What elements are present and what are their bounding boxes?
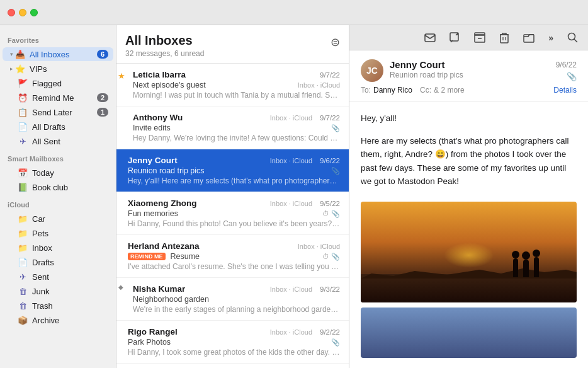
- detail-header: JC Jenny Court Reunion road trip pics 9/…: [349, 50, 588, 101]
- message-preview: Morning! I was put in touch with Tania b…: [133, 91, 340, 100]
- cc-label: Cc:: [420, 86, 431, 95]
- detail-toolbar: »: [349, 25, 588, 50]
- list-item[interactable]: Anthony Wu Inbox · iCloud 9/7/22 Invite …: [116, 106, 349, 149]
- sidebar-item-trash[interactable]: 🗑 Trash: [3, 299, 113, 313]
- sidebar-item-vips[interactable]: ▸ ⭐ VIPs: [3, 62, 113, 76]
- diamond-icon: ◆: [118, 284, 123, 290]
- attachment-icon: 📎: [331, 253, 340, 261]
- star-icon: ⭐: [15, 64, 25, 74]
- folder-icon: 📁: [18, 214, 28, 224]
- sidebar-item-label: Drafts: [32, 258, 108, 267]
- sidebar-item-junk[interactable]: 🗑 Junk: [3, 284, 113, 298]
- drafts-icon: 📄: [18, 257, 28, 267]
- favorites-label: Favorites: [0, 30, 116, 47]
- detail-body: Hey, y'all! Here are my selects (that's …: [349, 101, 588, 202]
- send-later-icon: 📋: [18, 107, 28, 117]
- minimize-button[interactable]: [19, 9, 26, 16]
- sidebar-item-label: Send Later: [32, 108, 97, 117]
- message-preview: Hey Danny, We're loving the invite! A fe…: [133, 134, 340, 142]
- sidebar-item-label: Inbox: [32, 243, 108, 253]
- book-club-icon: 📗: [18, 182, 28, 192]
- sidebar-item-remind-me[interactable]: ⏰ Remind Me 2: [3, 91, 113, 105]
- detail-image2: [361, 308, 577, 358]
- sidebar-item-today[interactable]: 📅 Today: [3, 166, 113, 180]
- clock-icon: ⏰: [18, 93, 28, 103]
- sidebar-item-book-club[interactable]: 📗 Book club: [3, 180, 113, 194]
- message-list-panel: All Inboxes 32 messages, 6 unread ⊜ ★ Le…: [116, 25, 349, 368]
- sidebar-item-inbox[interactable]: 📁 Inbox: [3, 241, 113, 255]
- filter-icon[interactable]: ⊜: [331, 35, 340, 49]
- list-item[interactable]: ◆ Nisha Kumar Inbox · iCloud 9/3/22 Neig…: [116, 278, 349, 321]
- sidebar-item-label: All Inboxes: [30, 50, 97, 59]
- message-preview: I've attached Carol's resume. She's the …: [128, 262, 340, 271]
- list-item[interactable]: Herland Antezana Inbox · iCloud REMIND M…: [116, 235, 349, 278]
- chevron-icon: ▾: [10, 51, 13, 57]
- message-preview: Hey, y'all! Here are my selects (that's …: [128, 176, 340, 185]
- svg-rect-0: [425, 34, 435, 42]
- trash-icon: 🗑: [18, 301, 28, 311]
- list-item[interactable]: ★ Leticia Ibarra 9/7/22 Next episode's g…: [116, 64, 349, 106]
- sidebar-item-sent[interactable]: ✈ Sent: [3, 270, 113, 284]
- detail-image-container: [349, 202, 588, 368]
- detail-panel: » JC Jenny Court Reunion road trip pics …: [349, 25, 588, 368]
- sidebar-item-pets[interactable]: 📁 Pets: [3, 226, 113, 240]
- sidebar-item-archive[interactable]: 📦 Archive: [3, 313, 113, 327]
- sidebar-item-all-drafts[interactable]: 📄 All Drafts: [3, 120, 113, 134]
- message-sender: Jenny Court: [128, 156, 270, 165]
- archive-toolbar-icon[interactable]: [474, 32, 485, 43]
- message-date: 9/5/22: [320, 200, 340, 207]
- archive-icon: 📦: [18, 315, 28, 325]
- sidebar-item-all-sent[interactable]: ✈ All Sent: [3, 134, 113, 148]
- badge: 2: [97, 93, 108, 102]
- greeting: Hey, y'all!: [361, 112, 577, 125]
- sidebar-item-label: Junk: [32, 287, 108, 296]
- message-preview: We're in the early stages of planning a …: [133, 305, 340, 314]
- detail-date: 9/6/22: [556, 60, 577, 69]
- sidebar-item-label: Trash: [32, 301, 108, 311]
- avatar: JC: [361, 59, 383, 82]
- search-toolbar-icon[interactable]: [567, 32, 578, 43]
- icloud-label: iCloud: [0, 195, 116, 211]
- message-meta: Inbox · iCloud: [298, 81, 340, 89]
- sidebar-item-car[interactable]: 📁 Car: [3, 212, 113, 226]
- move-icon[interactable]: [523, 32, 534, 43]
- sidebar-item-flagged[interactable]: 🚩 Flagged: [3, 76, 113, 90]
- close-button[interactable]: [8, 9, 15, 16]
- folder-icon: 📁: [18, 228, 28, 238]
- new-message-icon[interactable]: [449, 32, 460, 43]
- message-preview: Hi Danny, I took some great photos of th…: [128, 348, 340, 357]
- starred-icon: ★: [118, 71, 125, 81]
- maximize-button[interactable]: [30, 9, 38, 16]
- message-meta: Inbox · iCloud: [270, 157, 312, 164]
- body-paragraph: Here are my selects (that's what pro pho…: [361, 134, 577, 188]
- message-subject: Park Photos: [128, 338, 331, 347]
- today-icon: 📅: [18, 168, 28, 178]
- list-item[interactable]: Jenny Court Inbox · iCloud 9/6/22 Reunio…: [116, 149, 349, 192]
- detail-sender-name: Jenny Court: [390, 59, 550, 70]
- more-actions-icon[interactable]: »: [548, 33, 553, 43]
- sidebar: Favorites ▾ 📥 All Inboxes 6 ▸ ⭐ VIPs 🚩 F…: [0, 25, 116, 368]
- sent-icon: ✈: [18, 136, 28, 146]
- message-sender: Nisha Kumar: [133, 284, 270, 294]
- message-list-title: All Inboxes: [125, 33, 204, 48]
- sidebar-item-send-later[interactable]: 📋 Send Later 1: [3, 105, 113, 119]
- compose-icon[interactable]: [424, 32, 436, 43]
- delete-icon[interactable]: [499, 32, 509, 43]
- list-item[interactable]: Rigo Rangel Inbox · iCloud 9/2/22 Park P…: [116, 321, 349, 364]
- list-item[interactable]: Xiaomeng Zhong Inbox · iCloud 9/5/22 Fun…: [116, 192, 349, 235]
- sidebar-item-all-inboxes[interactable]: ▾ 📥 All Inboxes 6: [3, 47, 113, 61]
- timer-icon: ⏱: [322, 210, 329, 218]
- sidebar-item-label: Sent: [32, 272, 108, 282]
- message-sender: Herland Antezana: [128, 241, 298, 251]
- remind-me-badge: REMIND ME: [128, 253, 166, 260]
- attachment-icon: 📎: [331, 124, 340, 132]
- message-sender: Rigo Rangel: [128, 327, 270, 336]
- sidebar-item-drafts[interactable]: 📄 Drafts: [3, 255, 113, 269]
- message-meta: Inbox · iCloud: [270, 285, 312, 293]
- chevron-icon: ▸: [10, 66, 13, 72]
- svg-point-13: [568, 33, 575, 40]
- attachment-icon: 📎: [331, 338, 340, 347]
- details-link[interactable]: Details: [553, 86, 577, 95]
- sidebar-item-label: Flagged: [32, 79, 108, 88]
- sidebar-item-label: All Sent: [32, 137, 108, 146]
